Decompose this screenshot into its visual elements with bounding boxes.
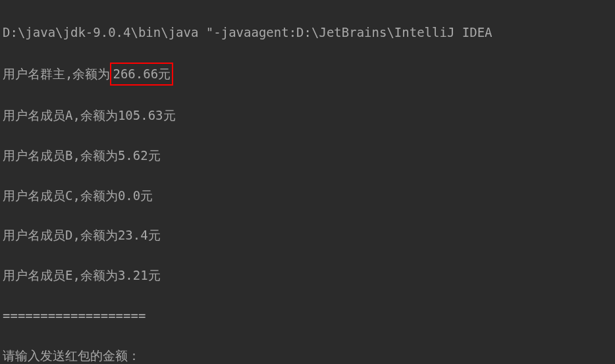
owner-prefix: 用户名群主,余额为 <box>3 66 110 81</box>
console-output: D:\java\jdk-9.0.4\bin\java "-javaagent:D… <box>3 3 612 364</box>
output-line-member-d: 用户名成员D,余额为23.4元 <box>3 225 612 245</box>
output-line-member-b: 用户名成员B,余额为5.62元 <box>3 145 612 165</box>
output-line-member-c: 用户名成员C,余额为0.0元 <box>3 186 612 205</box>
output-line-owner: 用户名群主,余额为266.66元 <box>3 63 612 85</box>
output-line-member-e: 用户名成员E,余额为3.21元 <box>3 265 612 285</box>
prompt-amount: 请输入发送红包的金额： <box>3 346 612 364</box>
separator-1: =================== <box>3 305 612 325</box>
owner-balance-highlighted: 266.66元 <box>110 63 173 85</box>
java-command-line: D:\java\jdk-9.0.4\bin\java "-javaagent:D… <box>3 22 612 42</box>
output-line-member-a: 用户名成员A,余额为105.63元 <box>3 105 612 125</box>
